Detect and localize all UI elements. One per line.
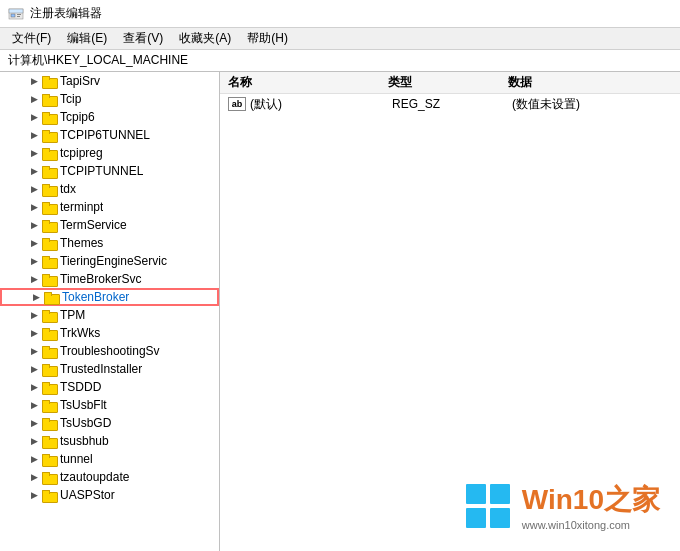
expand-icon-themes[interactable]: ▶ <box>28 237 40 249</box>
expand-icon-tieringengineservice[interactable]: ▶ <box>28 255 40 267</box>
tree-item-tsddd[interactable]: ▶TSDDD <box>0 378 219 396</box>
tree-pane[interactable]: ▶TapiSrv▶Tcip▶Tcpip6▶TCPIP6TUNNEL▶tcpipr… <box>0 72 220 551</box>
expand-icon-tcpip6tunnel[interactable]: ▶ <box>28 129 40 141</box>
expand-icon-tapisrv[interactable]: ▶ <box>28 75 40 87</box>
tree-item-uaspstor[interactable]: ▶UASPStor <box>0 486 219 504</box>
tree-item-label-tpm: TPM <box>60 308 85 322</box>
expand-icon-tsusbflt[interactable]: ▶ <box>28 399 40 411</box>
svg-rect-1 <box>9 9 23 13</box>
expand-icon-tdx[interactable]: ▶ <box>28 183 40 195</box>
expand-icon-tcip[interactable]: ▶ <box>28 93 40 105</box>
expand-icon-termservice[interactable]: ▶ <box>28 219 40 231</box>
tree-item-label-termservice: TermService <box>60 218 127 232</box>
menu-file[interactable]: 文件(F) <box>4 28 59 49</box>
tree-item-label-tokenbroker: TokenBroker <box>62 290 129 304</box>
expand-icon-timebrokersvc[interactable]: ▶ <box>28 273 40 285</box>
tree-item-tapisrv[interactable]: ▶TapiSrv <box>0 72 219 90</box>
tree-item-timebrokersvc[interactable]: ▶TimeBrokerSvc <box>0 270 219 288</box>
expand-icon-tsusbhub[interactable]: ▶ <box>28 435 40 447</box>
watermark-url: www.win10xitong.com <box>522 519 660 531</box>
ab-icon: ab <box>228 97 246 111</box>
tree-item-terminpt[interactable]: ▶terminpt <box>0 198 219 216</box>
watermark-title: Win10之家 <box>522 481 660 519</box>
expand-icon-tunnel[interactable]: ▶ <box>28 453 40 465</box>
tree-item-trustedinstaller[interactable]: ▶TrustedInstaller <box>0 360 219 378</box>
expand-icon-tcpipreg[interactable]: ▶ <box>28 147 40 159</box>
tree-item-tcpiptunnel[interactable]: ▶TCPIPTUNNEL <box>0 162 219 180</box>
svg-rect-6 <box>490 484 510 504</box>
folder-icon-tsusbflt <box>42 399 56 411</box>
svg-rect-5 <box>466 484 486 504</box>
expand-icon-tsusbgd[interactable]: ▶ <box>28 417 40 429</box>
tree-item-label-tsusbflt: TsUsbFlt <box>60 398 107 412</box>
tree-item-label-tcpip6: Tcpip6 <box>60 110 95 124</box>
folder-icon-themes <box>42 237 56 249</box>
expand-icon-tzautoupdate[interactable]: ▶ <box>28 471 40 483</box>
folder-icon-tcpip6tunnel <box>42 129 56 141</box>
tree-item-termservice[interactable]: ▶TermService <box>0 216 219 234</box>
tree-item-tcpip6tunnel[interactable]: ▶TCPIP6TUNNEL <box>0 126 219 144</box>
tree-item-label-tcpiptunnel: TCPIPTUNNEL <box>60 164 143 178</box>
svg-rect-8 <box>490 508 510 528</box>
col-type-header: 类型 <box>388 74 508 91</box>
menu-edit[interactable]: 编辑(E) <box>59 28 115 49</box>
row-name: (默认) <box>250 96 392 113</box>
folder-icon-tieringengineservice <box>42 255 56 267</box>
folder-icon-uaspstor <box>42 489 56 501</box>
expand-icon-tokenbroker[interactable]: ▶ <box>30 291 42 303</box>
tree-item-troubleshootingsv[interactable]: ▶TroubleshootingSv <box>0 342 219 360</box>
tree-item-tunnel[interactable]: ▶tunnel <box>0 450 219 468</box>
tree-item-tsusbflt[interactable]: ▶TsUsbFlt <box>0 396 219 414</box>
expand-icon-uaspstor[interactable]: ▶ <box>28 489 40 501</box>
expand-icon-terminpt[interactable]: ▶ <box>28 201 40 213</box>
menu-favorites[interactable]: 收藏夹(A) <box>171 28 239 49</box>
tree-item-tcip[interactable]: ▶Tcip <box>0 90 219 108</box>
main-content: ▶TapiSrv▶Tcip▶Tcpip6▶TCPIP6TUNNEL▶tcpipr… <box>0 72 680 551</box>
expand-icon-tcpiptunnel[interactable]: ▶ <box>28 165 40 177</box>
expand-icon-trkwks[interactable]: ▶ <box>28 327 40 339</box>
title-bar: 注册表编辑器 <box>0 0 680 28</box>
svg-rect-4 <box>17 16 20 17</box>
expand-icon-tcpip6[interactable]: ▶ <box>28 111 40 123</box>
expand-icon-troubleshootingsv[interactable]: ▶ <box>28 345 40 357</box>
expand-icon-trustedinstaller[interactable]: ▶ <box>28 363 40 375</box>
tree-item-tsusbgd[interactable]: ▶TsUsbGD <box>0 414 219 432</box>
tree-item-label-uaspstor: UASPStor <box>60 488 115 502</box>
folder-icon-terminpt <box>42 201 56 213</box>
folder-icon-termservice <box>42 219 56 231</box>
tree-item-label-troubleshootingsv: TroubleshootingSv <box>60 344 160 358</box>
tree-item-label-tcip: Tcip <box>60 92 81 106</box>
regedit-icon <box>8 6 24 22</box>
watermark-title-part1: Win10 <box>522 484 604 515</box>
tree-item-tsusbhub[interactable]: ▶tsusbhub <box>0 432 219 450</box>
tree-item-label-tdx: tdx <box>60 182 76 196</box>
tree-item-tieringengineservice[interactable]: ▶TieringEngineServic <box>0 252 219 270</box>
folder-icon-tunnel <box>42 453 56 465</box>
watermark-text: Win10之家 www.win10xitong.com <box>522 481 660 531</box>
tree-item-tzautoupdate[interactable]: ▶tzautoupdate <box>0 468 219 486</box>
tree-item-tokenbroker[interactable]: ▶TokenBroker <box>0 288 219 306</box>
folder-icon-tcpipreg <box>42 147 56 159</box>
tree-item-label-terminpt: terminpt <box>60 200 103 214</box>
folder-icon-trkwks <box>42 327 56 339</box>
tree-item-themes[interactable]: ▶Themes <box>0 234 219 252</box>
folder-icon-tzautoupdate <box>42 471 56 483</box>
tree-item-label-tapisrv: TapiSrv <box>60 74 100 88</box>
folder-icon-tsusbgd <box>42 417 56 429</box>
menu-help[interactable]: 帮助(H) <box>239 28 296 49</box>
expand-icon-tpm[interactable]: ▶ <box>28 309 40 321</box>
row-type: REG_SZ <box>392 97 512 111</box>
watermark-title-part2: 之家 <box>604 484 660 515</box>
tree-item-tdx[interactable]: ▶tdx <box>0 180 219 198</box>
svg-rect-7 <box>466 508 486 528</box>
folder-icon-timebrokersvc <box>42 273 56 285</box>
expand-icon-tsddd[interactable]: ▶ <box>28 381 40 393</box>
menu-view[interactable]: 查看(V) <box>115 28 171 49</box>
tree-item-tcpip6[interactable]: ▶Tcpip6 <box>0 108 219 126</box>
tree-item-trkwks[interactable]: ▶TrkWks <box>0 324 219 342</box>
detail-row-default[interactable]: ab (默认) REG_SZ (数值未设置) <box>220 94 680 114</box>
tree-item-tcpipreg[interactable]: ▶tcpipreg <box>0 144 219 162</box>
svg-rect-2 <box>11 14 15 17</box>
tree-item-tpm[interactable]: ▶TPM <box>0 306 219 324</box>
tree-item-label-tieringengineservice: TieringEngineServic <box>60 254 167 268</box>
